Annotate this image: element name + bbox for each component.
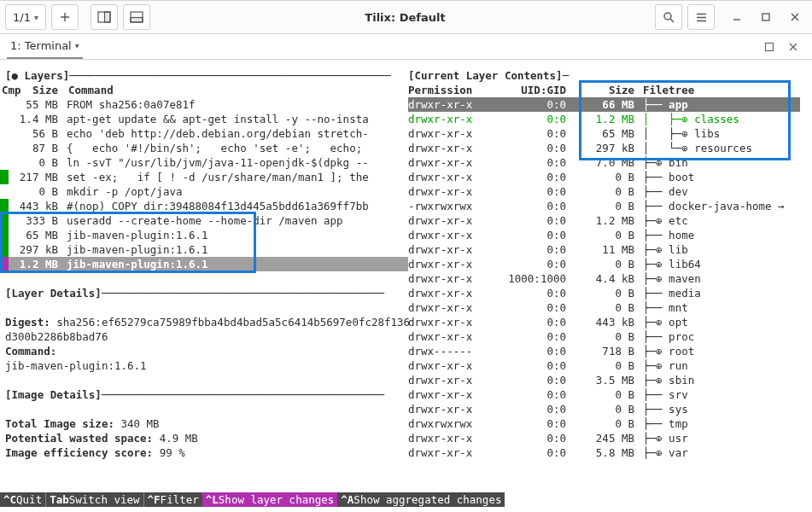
efficiency-row: Image efficiency score: 99 % (0, 445, 408, 460)
filetree-size: 0 B (566, 170, 634, 184)
filetree-size: 1.2 MB (566, 112, 634, 126)
filetree-row[interactable]: drwxr-xr-x0:065 MB│ ├─⊕ libs (408, 126, 800, 141)
filetree-row[interactable]: drwxr-xr-x0:00 B├── dev (408, 184, 800, 199)
layer-row[interactable]: 1.4 MBapt-get update && apt-get install … (0, 112, 408, 126)
filetree-size: 0 B (566, 329, 634, 344)
layer-row[interactable]: 56 Becho 'deb http://deb.debian.org/debi… (0, 126, 408, 141)
layer-row[interactable]: 55 MBFROM sha256:0a07e81f (0, 97, 408, 112)
filetree-row[interactable]: drwxr-xr-x0:01.2 MB├─⊕ etc (408, 213, 800, 228)
filetree-ugid: 0:0 (494, 402, 566, 416)
maximize-button[interactable] (754, 5, 778, 29)
filetree-row[interactable]: -rwxrwxrwx0:00 B├── docker-java-home → (408, 199, 800, 213)
search-button[interactable] (655, 4, 682, 30)
hamburger-menu-button[interactable] (687, 4, 715, 30)
layer-size: 333 B (9, 213, 67, 228)
tab-terminal-1[interactable]: 1: Terminal ▾ (7, 34, 83, 59)
close-button[interactable] (783, 5, 807, 29)
filetree-perm: drwxr-xr-x (408, 387, 494, 402)
filetree-row[interactable]: drwxr-xr-x0:011 MB├─⊕ lib (408, 242, 800, 257)
filetree-row[interactable]: drwxr-xr-x0:00 B├── proc (408, 329, 800, 344)
filetree-row[interactable]: drwxr-xr-x0:05.8 MB├─⊕ var (408, 445, 800, 460)
layer-row[interactable]: 65 MBjib-maven-plugin:1.6.1 (0, 228, 408, 242)
filetree-perm: drwxr-xr-x (408, 141, 494, 155)
filetree-row[interactable]: drwxr-xr-x0:00 B├── boot (408, 170, 800, 184)
layer-row[interactable]: 87 B{ echo '#!/bin/sh'; echo 'set -e'; e… (0, 141, 408, 155)
filetree-row[interactable]: drwxr-xr-x0:0297 kB│ └─⊕ resources (408, 141, 800, 155)
filetree-row[interactable]: drwxr-xr-x0:0443 kB├─⊕ opt (408, 315, 800, 329)
split-right-button[interactable] (91, 4, 118, 30)
filetree-path: ├─⊕ maven (634, 271, 800, 286)
layer-row[interactable]: 0 Bmkdir -p /opt/java (0, 184, 408, 199)
filetree-row[interactable]: drwxr-xr-x0:00 B├── mnt (408, 300, 800, 315)
filetree-perm: drwxr-xr-x (408, 402, 494, 416)
svg-rect-6 (766, 43, 774, 50)
tab-maximize-button[interactable] (757, 37, 781, 57)
filetree-row[interactable]: drwxr-xr-x0:0245 MB├─⊕ usr (408, 431, 800, 445)
filetree-path: ├── media (634, 286, 800, 300)
filetree-path: ├─⊕ var (634, 445, 800, 460)
filetree-row[interactable]: drwxr-xr-x0:07.0 MB├─⊕ bin (408, 155, 800, 170)
session-indicator[interactable]: 1/1 ▾ (5, 4, 46, 30)
layer-row[interactable]: 443 kB#(nop) COPY dir:39488084f13d445a5b… (0, 199, 408, 213)
filetree-row[interactable]: drwxr-xr-x0:00 B├── home (408, 228, 800, 242)
filetree-perm: drwxr-xr-x (408, 300, 494, 315)
filetree-ugid: 0:0 (494, 387, 566, 402)
layer-cmp-indicator (0, 141, 9, 155)
filetree-row[interactable]: drwxr-xr-x0:00 B├─⊕ run (408, 358, 800, 373)
minimize-button[interactable] (725, 5, 749, 29)
filetree-path: ├── srv (634, 387, 800, 402)
layer-row[interactable]: 1.2 MBjib-maven-plugin:1.6.1 (0, 257, 408, 271)
layer-size: 443 kB (9, 199, 67, 213)
filetree-row[interactable]: drwxr-xr-x0:00 B├── sys (408, 402, 800, 416)
filetree-path: ├── mnt (634, 300, 800, 315)
key-tab: Tab Switch view (45, 492, 143, 507)
layer-size: 217 MB (9, 170, 67, 184)
filetree-size: 1.2 MB (566, 213, 634, 228)
layer-row[interactable]: 333 Buseradd --create-home --home-dir /m… (0, 213, 408, 228)
filetree-path: ├── boot (634, 170, 800, 184)
layer-command: set -ex; if [ ! -d /usr/share/man/man1 ]… (67, 170, 408, 184)
layer-command: #(nop) COPY dir:39488084f13d445a5bdd61a3… (67, 199, 408, 213)
filetree-row[interactable]: drwxr-xr-x0:03.5 MB├─⊕ sbin (408, 373, 800, 387)
filetree-size: 66 MB (566, 97, 634, 112)
new-session-button[interactable] (51, 4, 79, 30)
layer-cmp-indicator (0, 184, 9, 199)
filetree-ugid: 0:0 (494, 184, 566, 199)
layer-size: 1.4 MB (9, 112, 67, 126)
filetree-perm: drwxr-xr-x (408, 329, 494, 344)
filetree-row[interactable]: drwxr-xr-x0:066 MB├── app (408, 97, 800, 112)
filetree-perm: drwxr-xr-x (408, 228, 494, 242)
filetree-size: 0 B (566, 199, 634, 213)
filetree-ugid: 0:0 (494, 373, 566, 387)
window-title: Tilix: Default (155, 10, 655, 25)
filetree-ugid: 0:0 (494, 416, 566, 431)
filetree-path: │ ├─⊕ libs (634, 126, 800, 141)
svg-rect-3 (131, 18, 143, 23)
split-down-button[interactable] (123, 4, 150, 30)
filetree-path: │ └─⊕ resources (634, 141, 800, 155)
filetree-row[interactable]: drwxr-xr-x0:00 B├── srv (408, 387, 800, 402)
layer-row[interactable]: 297 kBjib-maven-plugin:1.6.1 (0, 242, 408, 257)
chevron-down-icon: ▾ (75, 38, 79, 53)
filetree-size: 0 B (566, 402, 634, 416)
tab-label: 1: Terminal (10, 38, 72, 53)
filetree-row[interactable]: drwxr-xr-x1000:10004.4 kB├─⊕ maven (408, 271, 800, 286)
filetree-perm: drwxr-xr-x (408, 126, 494, 141)
filetree-row[interactable]: drwx------0:0718 B├─⊕ root (408, 344, 800, 358)
filetree-row[interactable]: drwxr-xr-x0:00 B├── media (408, 286, 800, 300)
layer-size: 65 MB (9, 228, 67, 242)
layer-row[interactable]: 217 MBset -ex; if [ ! -d /usr/share/man/… (0, 170, 408, 184)
filetree-row[interactable]: drwxr-xr-x0:00 B├─⊕ lib64 (408, 257, 800, 271)
filetree-path: ├─⊕ usr (634, 431, 800, 445)
filetree-row[interactable]: drwxr-xr-x0:01.2 MB│ ├─⊕ classes (408, 112, 800, 126)
filetree-path: ├── dev (634, 184, 800, 199)
filetree-row[interactable]: drwxrwxrwx0:00 B├── tmp (408, 416, 800, 431)
terminal-content[interactable]: [● Layers]──────────────────────────────… (0, 61, 812, 512)
tab-close-button[interactable] (781, 37, 805, 57)
image-details-title: [Image Details]─────────────────────────… (0, 387, 408, 402)
command-label: Command: (0, 344, 408, 358)
filetree-size: 245 MB (566, 431, 634, 445)
layer-command: jib-maven-plugin:1.6.1 (67, 228, 408, 242)
layer-cmp-indicator (0, 199, 9, 213)
layer-row[interactable]: 0 Bln -svT "/usr/lib/jvm/java-11-openjdk… (0, 155, 408, 170)
